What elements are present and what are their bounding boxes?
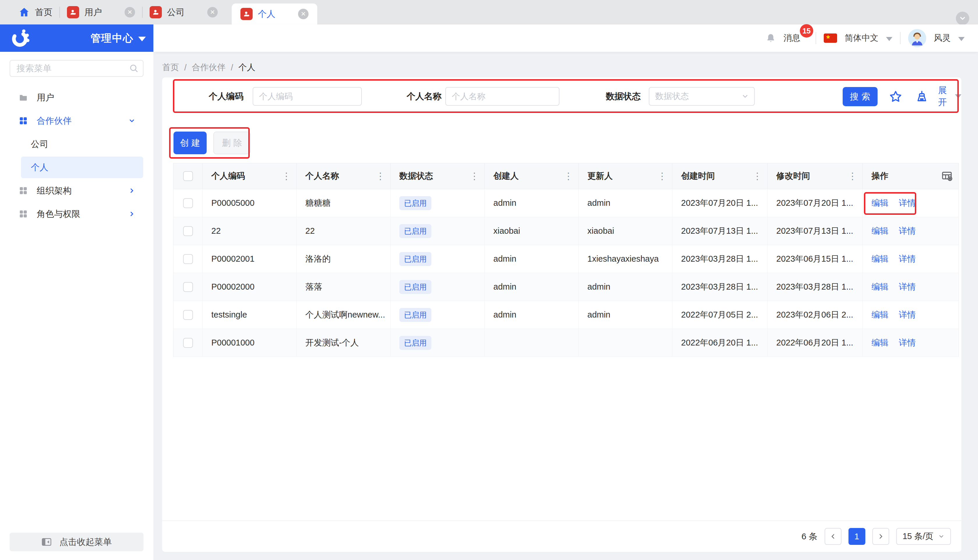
person-name-input[interactable]: [445, 87, 560, 106]
tab-label: 首页: [35, 7, 52, 18]
tab-person-active[interactable]: 个人 ✕: [232, 3, 317, 25]
row-checkbox[interactable]: [183, 282, 193, 292]
language-label[interactable]: 简体中文: [845, 32, 878, 44]
table-row: testsingle 个人测试啊newnew... 已启用 admin admi…: [173, 301, 959, 329]
detail-link[interactable]: 详情: [899, 281, 916, 293]
edit-link[interactable]: 编辑: [871, 337, 888, 349]
edit-link[interactable]: 编辑: [871, 225, 888, 237]
column-menu-icon[interactable]: ⋮: [658, 170, 667, 182]
sidebar-item-company[interactable]: 公司: [0, 133, 153, 155]
sidebar-header: 管理中心: [0, 25, 153, 52]
next-page-button[interactable]: [872, 528, 889, 545]
detail-link[interactable]: 详情: [899, 253, 916, 265]
cell-updater: admin: [579, 301, 672, 328]
edit-link[interactable]: 编辑: [871, 197, 888, 209]
cell-name: 开发测试-个人: [297, 329, 391, 357]
row-checkbox[interactable]: [183, 338, 193, 348]
table-header: 个人编码⋮ 个人名称⋮ 数据状态⋮ 创建人⋮ 更新人⋮ 创建时间⋮ 修改时间⋮ …: [173, 163, 959, 189]
delete-button[interactable]: 删除: [213, 132, 251, 154]
user-doc-icon: [67, 6, 79, 18]
favorite-star-icon[interactable]: [889, 90, 903, 103]
cell-modified: 2023年03月28日 1...: [768, 273, 863, 301]
row-checkbox[interactable]: [183, 226, 193, 236]
cell-modified: 2023年06月15日 1...: [768, 245, 863, 273]
page-size-select[interactable]: 15 条/页: [896, 528, 951, 545]
create-button[interactable]: 创建: [173, 132, 207, 154]
clear-broom-icon[interactable]: [915, 90, 929, 103]
column-menu-icon[interactable]: ⋮: [848, 170, 857, 182]
app-title: 管理中心: [90, 32, 133, 45]
table-row: P00001000 开发测试-个人 已启用 2022年06月20日 1... 2…: [173, 329, 959, 357]
expand-toggle[interactable]: 展开: [938, 87, 961, 106]
tab-home[interactable]: 首页: [12, 0, 59, 25]
detail-link[interactable]: 详情: [899, 197, 916, 209]
breadcrumb-home[interactable]: 首页: [162, 62, 179, 73]
breadcrumb-partners[interactable]: 合作伙伴: [192, 62, 226, 73]
edit-link[interactable]: 编辑: [871, 253, 888, 265]
search-button[interactable]: 搜索: [843, 87, 878, 106]
cell-creator: admin: [485, 273, 579, 301]
chevron-down-icon[interactable]: [958, 37, 965, 41]
filter-label-code: 个人编码: [197, 87, 243, 106]
chevron-down-icon: [741, 93, 749, 100]
edit-link[interactable]: 编辑: [871, 309, 888, 321]
chevron-down-icon[interactable]: [886, 37, 892, 41]
breadcrumb-separator: /: [184, 63, 187, 72]
avatar[interactable]: [908, 29, 926, 47]
top-bar: 消息 15 简体中文 风灵: [153, 25, 978, 52]
content-card: 个人编码 个人名称 数据状态 数据状态 搜索 展开 创建 删除 个人编码⋮ 个人…: [162, 77, 961, 552]
close-icon[interactable]: ✕: [298, 9, 308, 19]
bell-icon[interactable]: [766, 33, 776, 43]
detail-link[interactable]: 详情: [899, 337, 916, 349]
column-menu-icon[interactable]: ⋮: [470, 170, 479, 182]
data-status-select[interactable]: 数据状态: [649, 87, 755, 106]
sidebar-item-partners[interactable]: 合作伙伴: [0, 110, 153, 132]
divider: [900, 32, 901, 44]
sidebar-item-org[interactable]: 组织架构: [0, 180, 153, 202]
prev-page-button[interactable]: [825, 528, 841, 545]
col-header-actions: 操作: [863, 163, 958, 189]
row-checkbox[interactable]: [183, 254, 193, 264]
sidebar-item-roles[interactable]: 角色与权限: [0, 203, 153, 225]
current-page[interactable]: 1: [848, 528, 865, 545]
col-header-updater: 更新人⋮: [579, 163, 672, 189]
table-row: 22 22 已启用 xiaobai xiaobai 2023年07月13日 1.…: [173, 217, 959, 245]
tab-users[interactable]: 用户 ✕: [60, 0, 142, 25]
cell-created: 2023年03月28日 1...: [672, 245, 768, 273]
column-menu-icon[interactable]: ⋮: [282, 170, 291, 182]
flag-icon: [824, 33, 837, 43]
menu-search-input[interactable]: [17, 63, 129, 73]
cell-created: 2023年03月28日 1...: [672, 273, 768, 301]
sidebar: 用户 合作伙伴 公司 个人 组织架构: [0, 52, 153, 560]
row-checkbox[interactable]: [183, 310, 193, 320]
user-doc-icon: [240, 8, 253, 20]
collapse-icon: [41, 537, 52, 547]
chevron-right-icon: [128, 187, 135, 194]
detail-link[interactable]: 详情: [899, 225, 916, 237]
column-menu-icon[interactable]: ⋮: [564, 170, 573, 182]
column-settings-icon[interactable]: [941, 170, 953, 182]
cell-created: 2022年07月05日 2...: [672, 301, 768, 328]
col-header-creator: 创建人⋮: [485, 163, 579, 189]
sidebar-search: [10, 60, 143, 77]
sidebar-item-label: 用户: [37, 92, 54, 103]
row-checkbox[interactable]: [183, 198, 193, 208]
tab-label: 个人: [258, 8, 275, 20]
detail-link[interactable]: 详情: [899, 309, 916, 321]
sidebar-item-users[interactable]: 用户: [0, 87, 153, 108]
chevron-down-icon[interactable]: [138, 37, 146, 41]
tab-company[interactable]: 公司 ✕: [143, 0, 225, 25]
select-all-checkbox[interactable]: [183, 171, 193, 181]
edit-link[interactable]: 编辑: [871, 281, 888, 293]
sidebar-item-person[interactable]: 个人: [21, 157, 143, 178]
close-icon[interactable]: ✕: [125, 7, 135, 17]
close-icon[interactable]: ✕: [207, 7, 218, 17]
tab-label: 用户: [84, 7, 102, 18]
column-menu-icon[interactable]: ⋮: [753, 170, 762, 182]
person-code-input[interactable]: [253, 87, 362, 106]
messages-item[interactable]: 消息 15: [783, 32, 800, 44]
collapse-menu-button[interactable]: 点击收起菜单: [10, 533, 143, 551]
tab-overflow-button[interactable]: [956, 12, 969, 25]
column-menu-icon[interactable]: ⋮: [376, 170, 385, 182]
username-label[interactable]: 风灵: [934, 32, 951, 44]
